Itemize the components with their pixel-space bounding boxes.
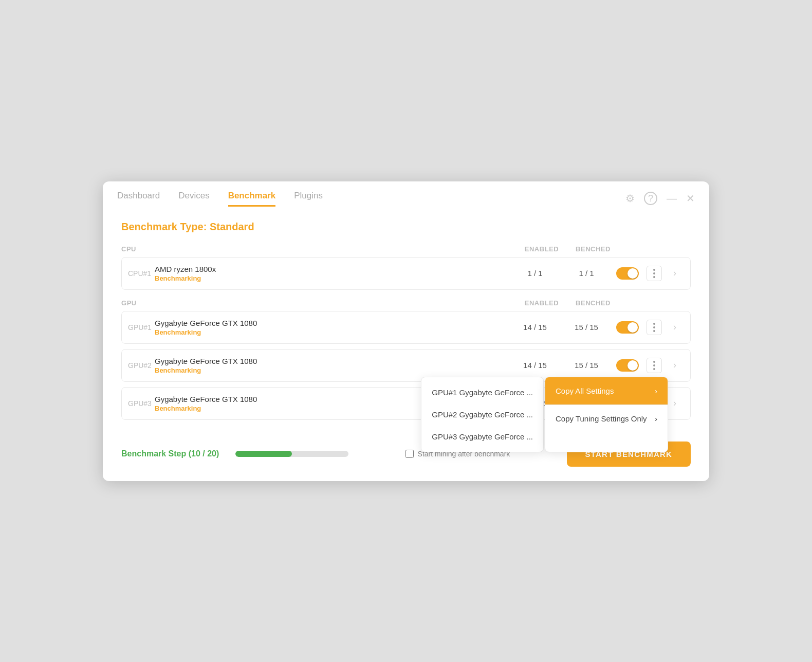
settings-icon[interactable]: ⚙	[625, 192, 635, 205]
nav-tabs: Dashboard Devices Benchmark Plugins	[117, 191, 323, 207]
tab-benchmark[interactable]: Benchmark	[228, 191, 276, 207]
dot	[653, 368, 655, 370]
cpu-1-arrow-col: ›	[666, 268, 684, 279]
mining-checkbox[interactable]	[405, 450, 414, 458]
gpu-row-1: GPU#1 Gygabyte GeForce GTX 1080 Benchmar…	[121, 311, 691, 344]
benchmark-type-label: Benchmark Type: Standard	[121, 221, 691, 233]
cpu-1-benched: 1 / 1	[561, 269, 612, 278]
cpu-1-toggle-knob	[628, 268, 638, 279]
dot	[653, 272, 655, 274]
cpu-1-enabled: 1 / 1	[509, 269, 561, 278]
gpu-1-expand-arrow[interactable]: ›	[673, 322, 676, 333]
cpu-1-expand-arrow[interactable]: ›	[673, 268, 676, 279]
progress-bar-wrap	[235, 451, 348, 457]
gpu-2-menu-col	[643, 358, 666, 373]
gpu-1-arrow-col: ›	[666, 322, 684, 333]
cpu-1-toggle[interactable]	[616, 267, 639, 280]
cpu-section-header: CPU ENABLED BENCHED	[121, 245, 691, 253]
cpu-1-toggle-col	[612, 267, 643, 280]
gpu-1-enabled: 14 / 15	[509, 323, 561, 332]
copy-all-settings-label: Copy All Settings	[556, 387, 614, 395]
submenu-gpu3[interactable]: GPU#3 Gygabyte GeForce ...	[421, 426, 543, 448]
gpu-1-info: Gygabyte GeForce GTX 1080 Benchmarking	[155, 319, 509, 336]
window-controls: ⚙ ? — ✕	[625, 192, 695, 205]
gpu-1-status: Benchmarking	[155, 328, 509, 336]
tab-plugins[interactable]: Plugins	[294, 191, 323, 207]
copy-all-settings-button[interactable]: Copy All Settings ›	[545, 377, 668, 404]
copy-all-chevron-icon: ›	[655, 387, 657, 395]
copy-options-menu: Copy All Settings › Copy Tuning Settings…	[545, 377, 668, 452]
cpu-1-name: AMD ryzen 1800x	[155, 265, 509, 273]
gpu-2-toggle[interactable]	[616, 359, 639, 372]
copy-tuning-settings-button[interactable]: Copy Tuning Settings Only ›	[545, 405, 668, 432]
submenu-gpu2[interactable]: GPU#2 Gygabyte GeForce ...	[421, 403, 543, 426]
gpu-2-menu-button[interactable]	[647, 358, 662, 373]
dot	[653, 364, 655, 366]
dot	[653, 323, 655, 325]
dot	[653, 326, 655, 328]
cpu-1-menu-button[interactable]	[647, 266, 662, 281]
gpu-2-id: GPU#2	[128, 361, 155, 370]
gpu-2-arrow-col: ›	[666, 360, 684, 371]
cpu-1-status: Benchmarking	[155, 274, 509, 282]
gpu-section-header: GPU ENABLED BENCHED	[121, 299, 691, 307]
gpu-2-status: Benchmarking	[155, 366, 509, 374]
app-window: Dashboard Devices Benchmark Plugins ⚙ ? …	[103, 181, 709, 481]
submenu-gpu1[interactable]: GPU#1 Gygabyte GeForce ...	[421, 381, 543, 403]
minimize-icon[interactable]: —	[667, 193, 677, 205]
gpu-1-id: GPU#1	[128, 323, 155, 332]
gpu-1-toggle[interactable]	[616, 321, 639, 334]
close-icon[interactable]: ✕	[686, 192, 695, 205]
gpu-1-menu-col	[643, 320, 666, 335]
gpu-2-toggle-knob	[628, 360, 638, 371]
gpu-3-arrow-col: ›	[666, 398, 684, 409]
benchmark-step-label: Benchmark Step (10 / 20)	[121, 449, 219, 458]
help-icon[interactable]: ?	[644, 192, 657, 205]
cpu-1-menu-col	[643, 266, 666, 281]
tab-devices[interactable]: Devices	[178, 191, 209, 207]
gpu-3-expand-arrow[interactable]: ›	[673, 398, 676, 409]
dot	[653, 330, 655, 332]
progress-bar-fill	[235, 451, 292, 457]
gpu-1-toggle-col	[612, 321, 643, 334]
cpu-section: CPU ENABLED BENCHED CPU#1 AMD ryzen 1800…	[121, 245, 691, 290]
benchmark-type-value: Standard	[210, 221, 254, 232]
gpu-2-expand-arrow[interactable]: ›	[673, 360, 676, 371]
copy-tuning-chevron-icon: ›	[655, 414, 657, 423]
gpu-2-name: Gygabyte GeForce GTX 1080	[155, 357, 509, 365]
gpu-1-benched: 15 / 15	[561, 323, 612, 332]
gpu-2-enabled: 14 / 15	[509, 361, 561, 370]
gpu-2-toggle-col	[612, 359, 643, 372]
copy-tuning-label: Copy Tuning Settings Only	[556, 414, 647, 423]
cpu-row-1: CPU#1 AMD ryzen 1800x Benchmarking 1 / 1…	[121, 257, 691, 290]
gpu-1-menu-button[interactable]	[647, 320, 662, 335]
gpu-2-info: Gygabyte GeForce GTX 1080 Benchmarking	[155, 357, 509, 374]
title-bar: Dashboard Devices Benchmark Plugins ⚙ ? …	[103, 181, 709, 207]
gpu-3-id: GPU#3	[128, 399, 155, 408]
gpu-1-toggle-knob	[628, 322, 638, 333]
cpu-1-id: CPU#1	[128, 269, 155, 278]
gpu-2-benched: 15 / 15	[561, 361, 612, 370]
tab-dashboard[interactable]: Dashboard	[117, 191, 160, 207]
cpu-1-info: AMD ryzen 1800x Benchmarking	[155, 265, 509, 282]
context-menu-overlay: GPU#1 Gygabyte GeForce ... GPU#2 Gygabyt…	[421, 377, 668, 452]
gpu-1-name: Gygabyte GeForce GTX 1080	[155, 319, 509, 327]
gpu-submenu-list: GPU#1 Gygabyte GeForce ... GPU#2 Gygabyt…	[421, 377, 544, 452]
dot	[653, 361, 655, 363]
dot	[653, 276, 655, 278]
dot	[653, 269, 655, 271]
